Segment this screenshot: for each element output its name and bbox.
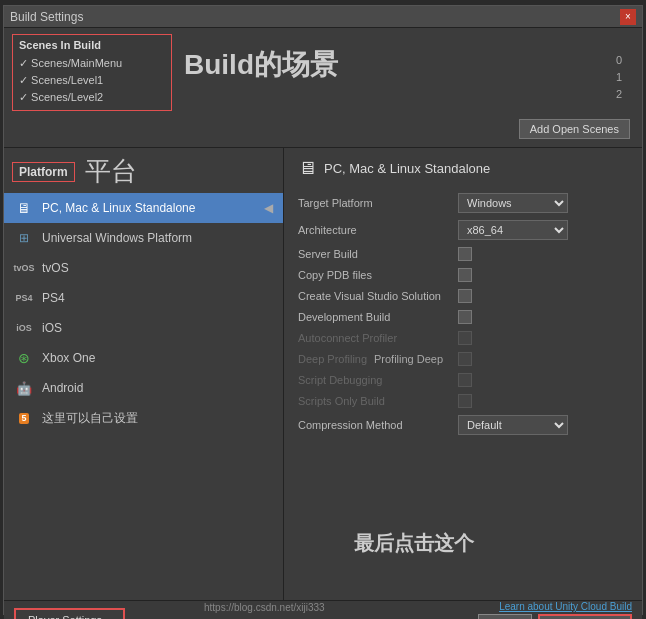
- scene-item-level2: ✓ Scenes/Level2: [19, 89, 165, 106]
- platform-name-tvos: tvOS: [42, 261, 273, 275]
- vs-solution-label: Create Visual Studio Solution: [298, 290, 458, 302]
- setting-row-vs-solution: Create Visual Studio Solution: [298, 289, 628, 303]
- setting-row-server-build: Server Build: [298, 247, 628, 261]
- target-platform-dropdown[interactable]: Windows Mac OS X Linux: [458, 193, 568, 213]
- add-open-scenes-button[interactable]: Add Open Scenes: [519, 119, 630, 139]
- ps4-icon: PS4: [14, 290, 34, 306]
- platform-item-android[interactable]: 🤖 Android: [4, 373, 283, 403]
- platform-caption: 平台: [85, 154, 137, 189]
- right-panel-title: 🖥 PC, Mac & Linux Standalone: [298, 158, 628, 179]
- platform-name-xbox: Xbox One: [42, 351, 273, 365]
- platform-name-uwp: Universal Windows Platform: [42, 231, 273, 245]
- android-icon: 🤖: [14, 380, 34, 396]
- setting-row-autoconnect-profiler: Autoconnect Profiler: [298, 331, 628, 345]
- window-title: Build Settings: [10, 10, 83, 24]
- server-build-label: Server Build: [298, 248, 458, 260]
- platform-item-ps4[interactable]: PS4 PS4: [4, 283, 283, 313]
- scenes-caption: Build的场景: [184, 46, 338, 84]
- compression-label: Compression Method: [298, 419, 458, 431]
- platform-label: Platform: [12, 162, 75, 182]
- pc-icon: 🖥: [14, 200, 34, 216]
- setting-row-architecture: Architecture x86_64 x86: [298, 220, 628, 240]
- title-bar: Build Settings ×: [4, 6, 642, 28]
- platform-item-pc[interactable]: 🖥 PC, Mac & Linux Standalone ◀: [4, 193, 283, 223]
- scene-item-level1: ✓ Scenes/Level1: [19, 72, 165, 89]
- platform-name-html5: 这里可以自己设置: [42, 410, 273, 427]
- platform-item-uwp[interactable]: ⊞ Universal Windows Platform: [4, 223, 283, 253]
- cloud-build-link[interactable]: Learn about Unity Cloud Build: [499, 601, 632, 612]
- setting-row-compression: Compression Method Default LZ4 LZ4HC: [298, 415, 628, 435]
- setting-row-script-debugging: Script Debugging: [298, 373, 628, 387]
- scene-number-2: 2: [616, 86, 622, 103]
- scene-numbers: 0 1 2: [616, 52, 622, 103]
- left-panel: Platform 平台 🖥 PC, Mac & Linux Standalone…: [4, 148, 284, 600]
- platform-selected-arrow: ◀: [264, 201, 273, 215]
- right-panel-pc-icon: 🖥: [298, 158, 316, 179]
- deep-profiling-checkbox: [458, 352, 472, 366]
- scenes-box-title: Scenes In Build: [19, 39, 165, 51]
- platform-item-html5[interactable]: 5 这里可以自己设置: [4, 403, 283, 434]
- build-settings-window: Build Settings × Scenes In Build ✓ Scene…: [3, 5, 643, 615]
- right-panel: 🖥 PC, Mac & Linux Standalone Target Plat…: [284, 148, 642, 600]
- architecture-label: Architecture: [298, 224, 458, 236]
- main-area: Platform 平台 🖥 PC, Mac & Linux Standalone…: [4, 148, 642, 600]
- target-platform-label: Target Platform: [298, 197, 458, 209]
- script-debugging-label: Script Debugging: [298, 374, 458, 386]
- development-build-checkbox[interactable]: [458, 310, 472, 324]
- autoconnect-profiler-checkbox: [458, 331, 472, 345]
- development-build-label: Development Build: [298, 311, 458, 323]
- scene-item-mainmenu: ✓ Scenes/MainMenu: [19, 55, 165, 72]
- scene-number-1: 1: [616, 69, 622, 86]
- autoconnect-profiler-label: Autoconnect Profiler: [298, 332, 458, 344]
- setting-row-deep-profiling: Deep Profiling Profiling Deep: [298, 352, 628, 366]
- bottom-bar: Player Settings... Learn about Unity Clo…: [4, 600, 642, 619]
- build-and-run-button[interactable]: Build And Run: [538, 614, 632, 619]
- html5-icon: 5: [14, 411, 34, 427]
- platform-name-ios: iOS: [42, 321, 273, 335]
- platform-item-xbox[interactable]: ⊛ Xbox One: [4, 343, 283, 373]
- uwp-icon: ⊞: [14, 230, 34, 246]
- build-buttons: Build Build And Run: [478, 614, 632, 619]
- scripts-only-build-checkbox: [458, 394, 472, 408]
- close-button[interactable]: ×: [620, 9, 636, 25]
- server-build-checkbox[interactable]: [458, 247, 472, 261]
- scenes-section: Scenes In Build ✓ Scenes/MainMenu ✓ Scen…: [4, 28, 642, 148]
- build-button[interactable]: Build: [478, 614, 532, 619]
- platform-label-row: Platform 平台: [4, 148, 283, 193]
- ios-icon: iOS: [14, 320, 34, 336]
- compression-dropdown[interactable]: Default LZ4 LZ4HC: [458, 415, 568, 435]
- copy-pdb-label: Copy PDB files: [298, 269, 458, 281]
- setting-row-target-platform: Target Platform Windows Mac OS X Linux: [298, 193, 628, 213]
- right-panel-title-text: PC, Mac & Linux Standalone: [324, 161, 490, 176]
- xbox-icon: ⊛: [14, 350, 34, 366]
- setting-row-development-build: Development Build: [298, 310, 628, 324]
- scenes-in-build-box: Scenes In Build ✓ Scenes/MainMenu ✓ Scen…: [12, 34, 172, 111]
- platform-name-android: Android: [42, 381, 273, 395]
- setting-row-copy-pdb: Copy PDB files: [298, 268, 628, 282]
- profiling-deep-annotation: Profiling Deep: [374, 353, 443, 365]
- tvos-icon: tvOS: [14, 260, 34, 276]
- platform-list: 🖥 PC, Mac & Linux Standalone ◀ ⊞ Univers…: [4, 193, 283, 434]
- platform-item-tvos[interactable]: tvOS tvOS: [4, 253, 283, 283]
- vs-solution-checkbox[interactable]: [458, 289, 472, 303]
- platform-name-ps4: PS4: [42, 291, 273, 305]
- platform-name-pc: PC, Mac & Linux Standalone: [42, 201, 256, 215]
- player-settings-button[interactable]: Player Settings...: [14, 608, 125, 620]
- copy-pdb-checkbox[interactable]: [458, 268, 472, 282]
- script-debugging-checkbox: [458, 373, 472, 387]
- platform-item-ios[interactable]: iOS iOS: [4, 313, 283, 343]
- scene-number-0: 0: [616, 52, 622, 69]
- architecture-dropdown[interactable]: x86_64 x86: [458, 220, 568, 240]
- scripts-only-build-label: Scripts Only Build: [298, 395, 458, 407]
- setting-row-scripts-only-build: Scripts Only Build: [298, 394, 628, 408]
- bottom-right: Learn about Unity Cloud Build Build Buil…: [478, 601, 632, 619]
